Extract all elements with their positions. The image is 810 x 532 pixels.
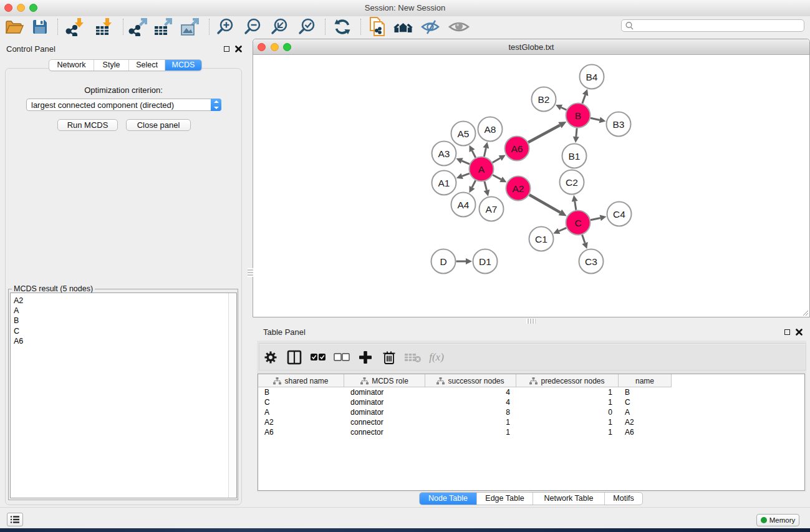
result-scrollbar[interactable] (228, 293, 236, 498)
column-header-predecessor-nodes[interactable]: predecessor nodes (516, 374, 619, 387)
node-label-B4: B4 (586, 72, 598, 82)
edge-A6-B[interactable] (528, 125, 560, 143)
edge-arrowhead (573, 137, 579, 143)
edge-C-C1[interactable] (559, 228, 566, 231)
zoom-selected-icon[interactable] (296, 16, 319, 37)
function-builder-icon[interactable]: f(x) (426, 347, 447, 368)
edge-arrowhead (484, 190, 490, 196)
tab-mcds[interactable]: MCDS (165, 60, 201, 70)
export-image-icon[interactable] (178, 16, 201, 37)
tab-node-table[interactable]: Node Table (420, 493, 477, 505)
column-header-name[interactable]: name (619, 374, 672, 387)
export-table-icon[interactable] (152, 16, 174, 37)
table-row[interactable]: Bdominator41B (258, 388, 672, 398)
table-row[interactable]: Cdominator41C (258, 398, 672, 408)
node-label-A2: A2 (513, 183, 524, 194)
zoom-out-icon[interactable] (242, 16, 264, 37)
network-window-titlebar[interactable]: testGlobe.txt (253, 39, 809, 55)
select-all-icon[interactable] (307, 347, 329, 368)
edge-C-C4[interactable] (591, 218, 600, 220)
edge-A-A3[interactable] (462, 161, 470, 164)
import-table-icon[interactable] (93, 16, 115, 37)
task-history-button[interactable] (7, 513, 23, 526)
show-eye-icon[interactable] (448, 16, 470, 37)
window-resize-grip[interactable] (801, 309, 809, 316)
edge-B-B1[interactable] (576, 128, 577, 137)
table-row[interactable]: Adominator80A (258, 408, 672, 418)
edge-B-B3[interactable] (591, 118, 600, 120)
mcds-result-item[interactable]: B (11, 316, 236, 326)
hide-eye-icon[interactable] (419, 16, 441, 37)
settings-gear-icon[interactable] (260, 347, 281, 368)
edge-A-A8[interactable] (484, 148, 486, 157)
search-input[interactable] (621, 19, 804, 32)
save-session-icon[interactable] (29, 16, 51, 37)
zoom-in-icon[interactable] (215, 16, 237, 37)
toggle-columns-icon[interactable] (284, 347, 305, 368)
home-icon[interactable] (392, 16, 415, 37)
zoom-fit-icon[interactable] (269, 16, 291, 37)
delete-table-icon[interactable] (402, 347, 423, 368)
edge-A-A4[interactable] (472, 180, 476, 187)
column-header-successor-nodes[interactable]: successor nodes (425, 374, 516, 387)
mcds-result-item[interactable]: A6 (11, 336, 236, 346)
tab-network[interactable]: Network (49, 60, 94, 70)
tab-network-table[interactable]: Network Table (533, 493, 605, 505)
memory-button[interactable]: Memory (756, 514, 799, 526)
add-column-icon[interactable] (355, 347, 376, 368)
export-network-icon[interactable] (127, 16, 149, 37)
tab-style[interactable]: Style (94, 60, 129, 70)
status-bar (0, 507, 810, 528)
edge-arrowhead (600, 215, 607, 221)
table-cell: 4 (425, 388, 516, 398)
table-row[interactable]: A6connector11A6 (258, 428, 672, 438)
vertical-splitter-handle[interactable] (248, 268, 253, 277)
column-type-icon (273, 377, 281, 385)
edge-B-B4[interactable] (582, 95, 586, 103)
edge-A-A2[interactable] (493, 175, 501, 180)
edge-A-A7[interactable] (485, 181, 487, 190)
table-cell: A (258, 408, 344, 418)
node-label-B2: B2 (538, 94, 550, 105)
column-header-shared-name[interactable]: shared name (258, 374, 344, 387)
criterion-dropdown-stepper[interactable] (211, 99, 221, 111)
tab-select[interactable]: Select (129, 60, 165, 70)
mcds-result-item[interactable]: C (11, 326, 236, 336)
edge-A-A1[interactable] (462, 173, 470, 176)
horizontal-splitter-handle[interactable] (526, 319, 536, 324)
mcds-result-item[interactable]: A (11, 306, 236, 316)
deselect-all-icon[interactable] (331, 347, 352, 368)
refresh-icon[interactable] (331, 16, 354, 37)
table-cell: connector (344, 418, 425, 428)
edge-A2-C[interactable] (529, 195, 561, 212)
node-label-B: B (575, 110, 581, 121)
table-row[interactable]: A2connector11A2 (258, 418, 672, 428)
delete-column-icon[interactable] (378, 347, 400, 368)
mcds-result-item[interactable]: A2 (11, 296, 236, 306)
table-cell: B (258, 388, 344, 398)
optimization-criterion-label: Optimization criterion: (6, 85, 241, 95)
node-label-A8: A8 (485, 124, 496, 135)
node-label-A5: A5 (458, 128, 470, 139)
close-panel-button[interactable]: Close panel (126, 119, 191, 131)
session-file-icon[interactable] (366, 16, 388, 37)
edge-arrowhead (483, 142, 489, 149)
edge-A-A6[interactable] (493, 158, 500, 163)
control-panel-float-icon[interactable] (224, 46, 229, 52)
edge-B-B2[interactable] (561, 107, 566, 110)
network-canvas[interactable]: B4B2BB3B1A5A8A6A3AA1A4A7A2C2C4CC1C3DD1 (253, 56, 809, 317)
edge-C-C3[interactable] (582, 235, 585, 243)
column-header-MCDS-role[interactable]: MCDS role (344, 374, 425, 387)
table-panel-close-icon[interactable] (796, 329, 803, 336)
run-mcds-button[interactable]: Run MCDS (57, 119, 118, 131)
table-panel-float-icon[interactable] (784, 329, 790, 335)
tab-motifs[interactable]: Motifs (605, 493, 642, 505)
open-file-icon[interactable] (3, 16, 26, 37)
control-panel-close-icon[interactable] (235, 46, 242, 52)
tab-edge-table[interactable]: Edge Table (477, 493, 533, 505)
column-header-label: MCDS role (372, 377, 408, 385)
import-network-icon[interactable] (64, 16, 86, 37)
edge-C-C2[interactable] (575, 201, 576, 210)
edge-A-A5[interactable] (472, 151, 476, 158)
mcds-result-title: MCDS result (5 nodes) (12, 284, 95, 293)
